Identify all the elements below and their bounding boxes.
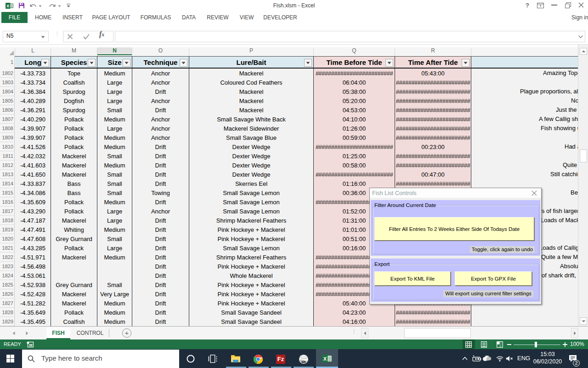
svg-text:Pro: Pro [302, 361, 305, 363]
svg-text:X: X [323, 356, 327, 362]
